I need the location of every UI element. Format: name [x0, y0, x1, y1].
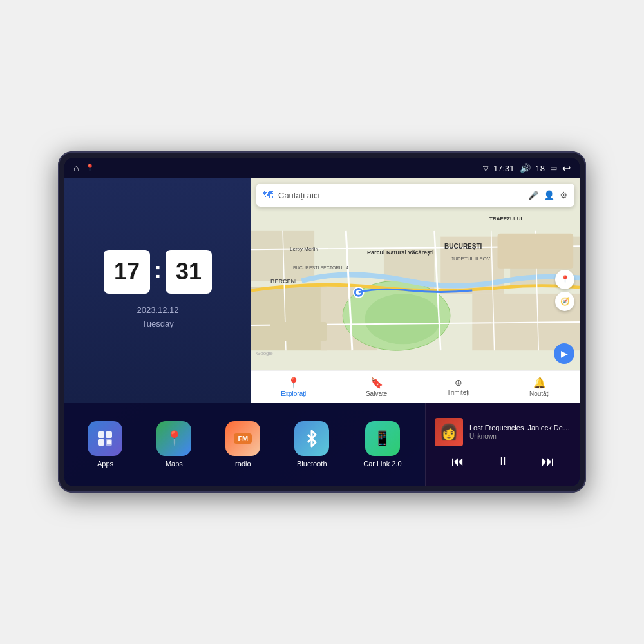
nav-explorati-icon: 📍	[287, 377, 300, 389]
apps-row: Apps 📍 Maps FM radio	[64, 402, 425, 486]
google-maps-icon: 🗺	[263, 189, 273, 201]
clock-panel: 17 : 31 2023.12.12 Tuesday	[64, 178, 251, 402]
carlink-icon-btn: 📱	[365, 421, 400, 456]
settings-icon[interactable]: ⚙	[560, 190, 568, 200]
compass-btn[interactable]: 🧭	[555, 292, 574, 311]
clock-date: 2023.12.12 Tuesday	[137, 304, 178, 331]
svg-rect-2	[251, 287, 327, 350]
map-controls: 📍 🧭	[555, 270, 574, 311]
place-ilfov: JUDEȚUL ILFOV	[451, 256, 490, 261]
bottom-section: Apps 📍 Maps FM radio	[64, 402, 580, 486]
location-btn[interactable]: 📍	[555, 270, 574, 289]
maps-emoji: 📍	[166, 430, 183, 447]
music-controls: ⏮ ⏸ ⏭	[435, 451, 571, 471]
nav-salvate-label: Salvate	[366, 390, 387, 397]
clock-hour: 17	[104, 250, 150, 294]
place-sector4: BUCUREȘTI SECTORUL 4	[293, 265, 348, 270]
svg-rect-16	[98, 439, 104, 446]
play-pause-button[interactable]: ⏸	[491, 452, 515, 471]
app-radio[interactable]: FM radio	[225, 421, 260, 468]
status-right: ▽ 17:31 🔊 18 ▭ ↩	[483, 162, 571, 175]
nav-noutati-icon: 🔔	[533, 377, 546, 389]
music-thumbnail: 👩	[435, 418, 463, 446]
maps-status-icon[interactable]: 📍	[85, 164, 95, 173]
nav-noutati[interactable]: 🔔 Noutăți	[529, 377, 550, 397]
volume-icon: 🔊	[520, 163, 531, 173]
bluetooth-icon-btn	[294, 421, 329, 456]
maps-label: Maps	[166, 460, 183, 468]
nav-trimiteti[interactable]: ⊕ Trimiteți	[447, 377, 469, 396]
device-outer: ⌂ 📍 ▽ 17:31 🔊 18 ▭ ↩ 17 :	[58, 151, 586, 493]
clock-date-value: 2023.12.12	[137, 305, 178, 315]
clock-minute: 31	[166, 250, 212, 294]
google-credit: Google	[256, 350, 273, 356]
volume-level: 18	[536, 164, 545, 173]
radio-emoji: FM	[234, 433, 252, 444]
next-button[interactable]: ⏭	[535, 451, 561, 471]
signal-icon: ▽	[483, 164, 488, 173]
music-text: Lost Frequencies_Janieck Devy-... Unknow…	[469, 424, 571, 440]
music-title: Lost Frequencies_Janieck Devy-...	[469, 424, 571, 431]
clock-colon: :	[154, 257, 162, 284]
app-carlink[interactable]: 📱 Car Link 2.0	[363, 421, 401, 468]
top-section: 17 : 31 2023.12.12 Tuesday	[64, 178, 580, 402]
carlink-label: Car Link 2.0	[363, 460, 401, 468]
svg-rect-18	[107, 440, 111, 444]
svg-rect-15	[106, 431, 112, 438]
nav-explorati-label: Explorați	[281, 390, 306, 397]
back-icon[interactable]: ↩	[562, 162, 571, 175]
mic-icon[interactable]: 🎤	[528, 191, 538, 200]
carlink-emoji: 📱	[374, 430, 391, 447]
music-thumb-img: 👩	[439, 423, 459, 441]
main-content: 17 : 31 2023.12.12 Tuesday	[64, 178, 580, 486]
battery-icon: ▭	[550, 164, 557, 173]
nav-trimiteti-icon: ⊕	[455, 377, 462, 388]
account-icon[interactable]: 👤	[544, 190, 554, 200]
nav-noutati-label: Noutăți	[529, 390, 550, 397]
map-panel[interactable]: 🗺 Căutați aici 🎤 👤 ⚙ Parcul Natural Văcă…	[251, 178, 580, 402]
clock-display: 17 : 31	[104, 250, 212, 294]
place-parcul: Parcul Natural Văcărești	[367, 249, 434, 256]
music-info: 👩 Lost Frequencies_Janieck Devy-... Unkn…	[435, 418, 571, 446]
radio-label: radio	[235, 460, 251, 468]
search-text: Căutați aici	[278, 191, 523, 200]
status-time: 17:31	[493, 164, 515, 173]
place-trapezului: TRAPEZULUI	[489, 216, 522, 222]
app-bluetooth[interactable]: Bluetooth	[294, 421, 329, 468]
nav-salvate-icon: 🔖	[370, 377, 383, 389]
nav-trimiteti-label: Trimiteți	[447, 389, 469, 396]
app-maps[interactable]: 📍 Maps	[156, 421, 191, 468]
nav-salvate[interactable]: 🔖 Salvate	[366, 377, 387, 397]
app-apps[interactable]: Apps	[88, 421, 122, 468]
svg-rect-10	[270, 322, 327, 341]
music-artist: Unknown	[469, 433, 571, 440]
place-berceni: BERCENI	[270, 278, 297, 285]
status-bar: ⌂ 📍 ▽ 17:31 🔊 18 ▭ ↩	[64, 158, 580, 178]
nav-explorati[interactable]: 📍 Explorați	[281, 377, 306, 397]
clock-day: Tuesday	[142, 319, 173, 328]
apps-label: Apps	[97, 460, 113, 468]
device-screen: ⌂ 📍 ▽ 17:31 🔊 18 ▭ ↩ 17 :	[64, 158, 580, 486]
radio-icon-btn: FM	[225, 421, 260, 456]
svg-point-9	[365, 294, 441, 344]
svg-rect-11	[498, 234, 574, 269]
prev-button[interactable]: ⏮	[445, 451, 471, 471]
map-svg	[251, 178, 580, 402]
bluetooth-label: Bluetooth	[297, 460, 327, 468]
navigate-btn[interactable]: ▶	[554, 343, 574, 364]
music-player: 👩 Lost Frequencies_Janieck Devy-... Unkn…	[425, 402, 580, 486]
map-bottom-nav: 📍 Explorați 🔖 Salvate ⊕ Trimiteți 🔔	[251, 370, 580, 402]
map-search-bar[interactable]: 🗺 Căutați aici 🎤 👤 ⚙	[256, 184, 574, 207]
status-left: ⌂ 📍	[73, 163, 95, 173]
home-icon[interactable]: ⌂	[73, 163, 79, 173]
apps-icon	[88, 421, 122, 456]
place-bucuresti: BUCUREȘTI	[444, 243, 482, 250]
maps-icon-btn: 📍	[156, 421, 191, 456]
place-leroy: Leroy Merlin	[290, 246, 318, 252]
svg-rect-14	[98, 431, 104, 438]
